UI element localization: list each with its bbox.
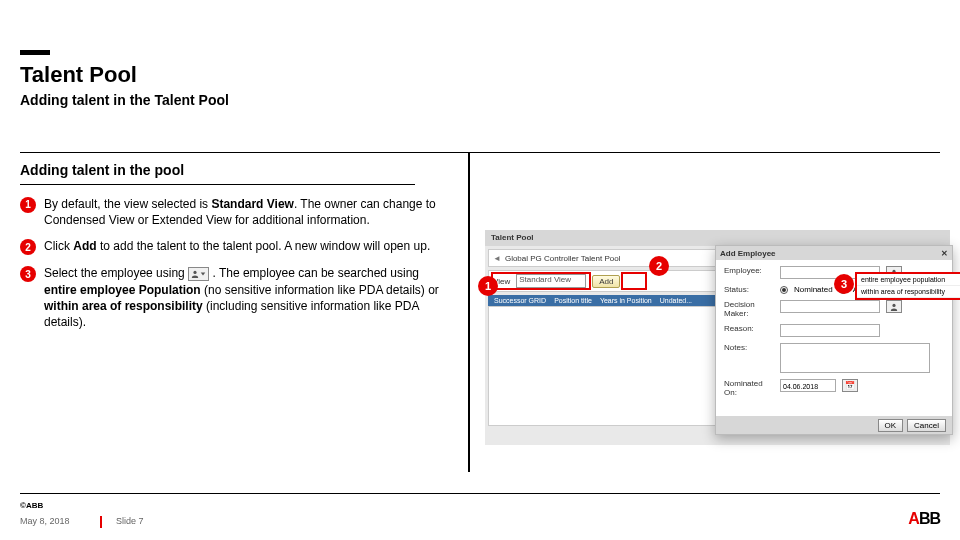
person-picker-icon — [188, 267, 209, 281]
copyright: ©ABB — [20, 501, 43, 510]
notes-textarea[interactable] — [780, 343, 930, 373]
dropdown-option[interactable]: within area of responsibility — [857, 286, 960, 298]
close-icon[interactable]: ✕ — [941, 249, 948, 258]
section-heading: Adding talent in the pool — [20, 162, 184, 178]
page-subtitle: Adding talent in the Talent Pool — [20, 92, 229, 108]
employee-scope-dropdown[interactable]: entire employee population within area o… — [855, 272, 960, 300]
toolbar-title: Global PG Controller Talent Pool — [505, 254, 620, 263]
step-bullet: 3 — [20, 266, 36, 282]
step-text: By default, the view selected is Standar… — [44, 196, 440, 228]
vertical-divider — [468, 152, 470, 472]
step-3: 3 Select the employee using . The employ… — [20, 265, 440, 330]
tab[interactable]: Years in Position — [600, 297, 652, 304]
reason-label: Reason: — [724, 324, 776, 333]
svg-point-0 — [193, 271, 196, 274]
tab[interactable]: Undated... — [660, 297, 692, 304]
add-button[interactable]: Add — [592, 275, 620, 288]
decision-maker-row: Decision Maker: — [724, 300, 944, 318]
step-1: 1 By default, the view selected is Stand… — [20, 196, 440, 228]
status-label: Status: — [724, 285, 776, 294]
section-underline — [20, 184, 415, 185]
view-select[interactable]: Standard View — [516, 274, 586, 288]
step-bullet: 2 — [20, 239, 36, 255]
callout-2: 2 — [649, 256, 669, 276]
date-input[interactable]: 04.06.2018 — [780, 379, 836, 392]
abb-logo: ABB — [908, 510, 940, 528]
step-text: Click Add to add the talent to the talen… — [44, 238, 440, 255]
step-2: 2 Click Add to add the talent to the tal… — [20, 238, 440, 255]
nominated-radio[interactable] — [780, 286, 788, 294]
dialog-header: Add Employee ✕ — [716, 246, 952, 260]
back-icon[interactable]: ◄ — [493, 254, 501, 263]
reason-row: Reason: — [724, 324, 944, 337]
tab[interactable]: Position title — [554, 297, 592, 304]
nominated-label: Nominated — [794, 285, 833, 294]
calendar-icon[interactable]: 📅 — [842, 379, 858, 392]
footer-divider — [20, 493, 940, 494]
dialog-footer: OK Cancel — [716, 416, 952, 434]
decision-maker-picker[interactable] — [886, 300, 902, 313]
step-text: Select the employee using . The employee… — [44, 265, 440, 330]
step-bullet: 1 — [20, 197, 36, 213]
cancel-button[interactable]: Cancel — [907, 419, 946, 432]
decision-maker-label: Decision Maker: — [724, 300, 776, 318]
notes-label: Notes: — [724, 343, 776, 352]
reason-input[interactable] — [780, 324, 880, 337]
dialog-title: Add Employee — [720, 249, 776, 258]
footer-red-bar — [100, 516, 102, 528]
svg-point-2 — [892, 303, 895, 306]
divider — [20, 152, 940, 153]
callout-1: 1 — [478, 276, 498, 296]
highlight-add — [621, 272, 647, 290]
header-dash — [20, 50, 50, 55]
nominated-on-label: Nominated On: — [724, 379, 776, 397]
decision-maker-input[interactable] — [780, 300, 880, 313]
page-title: Talent Pool — [20, 62, 137, 88]
notes-row: Notes: — [724, 343, 944, 373]
panel-title: Talent Pool — [485, 230, 950, 246]
instruction-list: 1 By default, the view selected is Stand… — [20, 196, 440, 340]
ok-button[interactable]: OK — [878, 419, 904, 432]
dropdown-option[interactable]: entire employee population — [857, 274, 960, 286]
footer-date: May 8, 2018 — [20, 516, 70, 526]
nominated-on-row: Nominated On: 04.06.2018 📅 — [724, 379, 944, 397]
employee-label: Employee: — [724, 266, 776, 275]
slide-number: Slide 7 — [116, 516, 144, 526]
callout-3: 3 — [834, 274, 854, 294]
tab[interactable]: Successor GRID — [494, 297, 546, 304]
